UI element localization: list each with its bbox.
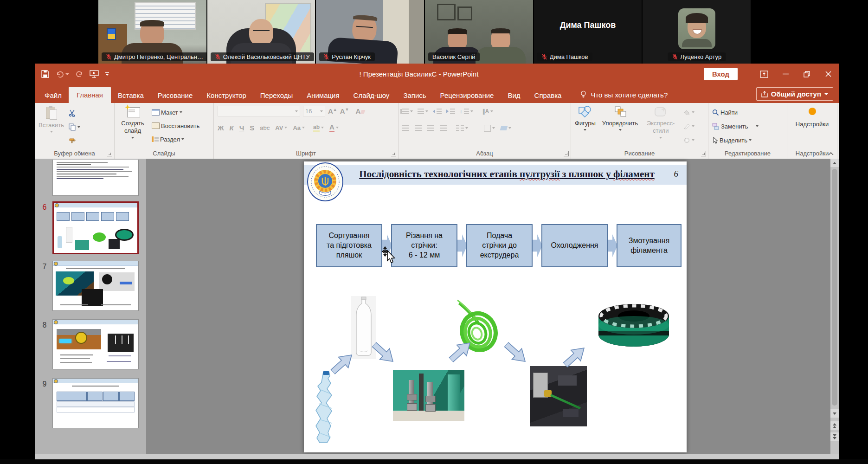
undo-dropdown-icon[interactable] xyxy=(65,73,69,75)
slide-thumbnail-panel[interactable]: 6 7 xyxy=(35,159,146,454)
reset-button[interactable]: Восстановить xyxy=(152,120,199,131)
font-dialog-launcher[interactable] xyxy=(391,151,396,156)
slide-editing-surface[interactable]: Послідовність технологічних етапів пултр… xyxy=(304,161,687,452)
text-direction-button[interactable]: ∥А xyxy=(482,106,494,117)
italic-button[interactable]: К xyxy=(230,124,234,132)
flow-step-2[interactable]: Різання на стрічки: 6 - 12 мм xyxy=(391,224,457,267)
slide-thumbnail-5-partial[interactable] xyxy=(52,160,139,196)
bullets-button[interactable] xyxy=(402,106,413,117)
bold-button[interactable]: Ж xyxy=(218,124,224,132)
tell-me-box[interactable]: Что вы хотите сделать? xyxy=(580,90,668,103)
share-button[interactable]: Общий доступ xyxy=(756,87,833,101)
clear-formatting-button[interactable]: А xyxy=(356,107,365,115)
clipboard-dialog-launcher[interactable] xyxy=(107,151,112,156)
justify-button[interactable] xyxy=(440,125,447,131)
shapes-button[interactable]: Фигуры xyxy=(575,106,596,131)
tab-record[interactable]: Запись xyxy=(396,88,433,103)
slide-title[interactable]: Послідовність технологічних етапів пултр… xyxy=(355,168,659,180)
align-center-button[interactable] xyxy=(415,125,422,131)
previous-slide-button[interactable] xyxy=(830,421,839,430)
tab-view[interactable]: Вид xyxy=(501,88,527,103)
font-name-combobox[interactable] xyxy=(218,106,300,116)
save-icon[interactable] xyxy=(41,70,49,78)
select-button[interactable]: Выделить xyxy=(712,135,783,146)
slide-thumbnail-6-selected[interactable] xyxy=(52,201,139,254)
find-button[interactable]: Найти xyxy=(712,107,783,118)
undo-button[interactable] xyxy=(56,71,69,78)
tab-animations[interactable]: Анимация xyxy=(300,88,346,103)
layout-button[interactable]: Макет xyxy=(152,107,199,118)
redo-icon[interactable] xyxy=(76,71,83,78)
tab-slideshow[interactable]: Слайд-шоу xyxy=(347,88,397,103)
strikethrough-button[interactable]: abc xyxy=(260,124,270,131)
participant-video[interactable]: Луценко Артур xyxy=(643,0,751,64)
flow-step-3[interactable]: Подача стрічки до екструдера xyxy=(466,224,533,267)
align-left-button[interactable] xyxy=(402,125,409,131)
shape-effects-button[interactable] xyxy=(683,135,694,146)
font-size-combobox[interactable]: 16 xyxy=(303,106,325,116)
align-right-button[interactable] xyxy=(427,125,434,131)
participant-video-active-speaker[interactable]: Василик Сергій xyxy=(425,0,533,64)
scroll-up-button[interactable] xyxy=(830,159,839,167)
restore-button[interactable] xyxy=(796,64,817,84)
ribbon-display-options-button[interactable] xyxy=(753,64,775,84)
increase-indent-button[interactable] xyxy=(446,106,455,117)
shrink-font-button[interactable]: А▼ xyxy=(340,107,349,115)
align-text-button[interactable] xyxy=(484,122,495,134)
drawing-dialog-launcher[interactable] xyxy=(701,151,706,156)
sign-in-button[interactable]: Вход xyxy=(704,68,738,80)
format-painter-button[interactable] xyxy=(69,135,80,147)
tab-review[interactable]: Рецензирование xyxy=(433,88,501,103)
scrollbar-thumb[interactable] xyxy=(832,169,837,406)
minimize-button[interactable] xyxy=(775,64,796,84)
tab-design[interactable]: Конструктор xyxy=(199,88,253,103)
participant-video[interactable]: Дима Пашков Дима Пашков xyxy=(534,0,642,64)
slide-canvas[interactable]: Послідовність технологічних етапів пултр… xyxy=(146,159,830,454)
slideshow-from-start-icon[interactable] xyxy=(90,70,99,78)
collapse-ribbon-icon[interactable] xyxy=(828,152,834,156)
replace-button[interactable]: Заменить xyxy=(712,121,783,132)
participant-video[interactable]: Олексій Васильковський ЦНТУ xyxy=(207,0,315,64)
flow-step-4[interactable]: Охолодження xyxy=(541,224,608,267)
shape-fill-button[interactable] xyxy=(683,107,694,118)
convert-smartart-button[interactable] xyxy=(501,122,511,134)
customize-qat-icon[interactable] xyxy=(105,72,109,76)
change-case-button[interactable]: Aa xyxy=(293,122,305,133)
slide-thumbnail-9[interactable] xyxy=(52,378,139,428)
underline-button[interactable]: Ч xyxy=(239,124,244,132)
highlight-color-button[interactable]: ab xyxy=(313,122,324,133)
character-spacing-button[interactable]: AV xyxy=(275,122,287,133)
text-shadow-button[interactable]: S xyxy=(250,124,254,132)
vertical-scrollbar[interactable] xyxy=(830,159,839,454)
tab-insert[interactable]: Вставка xyxy=(111,88,151,103)
line-spacing-button[interactable]: ↕ xyxy=(460,106,473,117)
close-button[interactable] xyxy=(817,64,839,84)
participant-video[interactable]: Руслан Кірчук xyxy=(316,0,424,64)
quick-styles-button[interactable]: Экспресс-стили xyxy=(644,106,677,139)
numbering-button[interactable] xyxy=(418,106,428,117)
arrange-button[interactable]: Упорядочить xyxy=(602,106,638,131)
columns-button[interactable] xyxy=(456,122,468,134)
tab-file[interactable]: Файл xyxy=(38,88,69,103)
slide-thumbnail-8[interactable] xyxy=(52,319,139,369)
flow-step-1[interactable]: Сортування та підготовка пляшок xyxy=(316,224,382,267)
grow-font-button[interactable]: А▲ xyxy=(328,107,337,115)
paragraph-dialog-launcher[interactable] xyxy=(564,151,569,156)
next-slide-button[interactable] xyxy=(830,432,839,441)
cut-button[interactable] xyxy=(69,108,80,119)
shape-outline-button[interactable] xyxy=(683,121,694,132)
tab-home[interactable]: Главная xyxy=(69,87,111,103)
flow-step-5[interactable]: Змотування філамента xyxy=(617,224,682,267)
participant-video[interactable]: Дмитро Петренко, Центрально... xyxy=(98,0,206,64)
copy-button[interactable] xyxy=(69,122,80,133)
decrease-indent-button[interactable] xyxy=(433,106,442,117)
paste-button[interactable]: Вставить xyxy=(39,106,64,147)
tab-help[interactable]: Справка xyxy=(527,88,569,103)
font-color-button[interactable]: А xyxy=(329,122,339,133)
tab-transitions[interactable]: Переходы xyxy=(253,88,300,103)
scroll-down-button[interactable] xyxy=(830,409,839,418)
tab-draw[interactable]: Рисование xyxy=(151,88,200,103)
section-button[interactable]: Раздел xyxy=(152,134,199,145)
slide-thumbnail-7[interactable] xyxy=(52,261,139,311)
new-slide-button[interactable]: Создать слайд xyxy=(118,106,147,145)
